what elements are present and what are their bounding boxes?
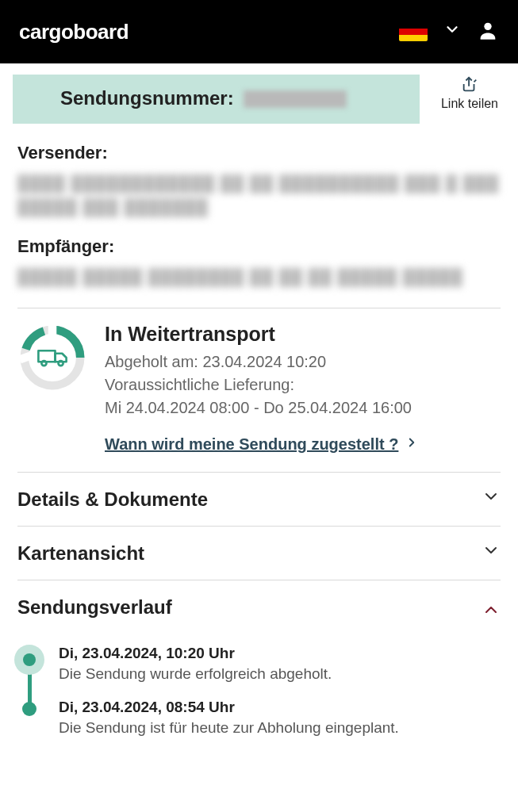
accordion-details[interactable]: Details & Dokumente bbox=[13, 473, 505, 526]
svg-point-7 bbox=[58, 361, 63, 366]
history-item: Di, 23.04.2024, 10:20 Uhr Die Sendung wu… bbox=[17, 645, 501, 699]
delivery-faq-link[interactable]: Wann wird meine Sendung zugestellt ? bbox=[105, 434, 501, 454]
chevron-down-icon bbox=[482, 541, 501, 565]
timeline-dot-icon bbox=[22, 702, 36, 716]
status-text: In Weitertransport Abgeholt am: 23.04.20… bbox=[105, 323, 501, 454]
header-right bbox=[399, 19, 499, 44]
shipment-history: Di, 23.04.2024, 10:20 Uhr Die Sendung wu… bbox=[13, 634, 505, 752]
history-time: Di, 23.04.2024, 08:54 Uhr bbox=[59, 699, 501, 716]
history-time: Di, 23.04.2024, 10:20 Uhr bbox=[59, 645, 501, 662]
shipment-header-row: Sendungsnummer: Link teilen bbox=[13, 75, 505, 124]
chevron-right-icon bbox=[405, 434, 419, 454]
chevron-up-icon bbox=[482, 595, 501, 619]
shipment-number-value-redacted bbox=[244, 90, 347, 108]
logo: cargoboard bbox=[19, 20, 129, 44]
history-track bbox=[17, 645, 41, 699]
accordion-details-title: Details & Dokumente bbox=[17, 488, 208, 511]
status-progress-icon bbox=[17, 323, 87, 393]
sender-label: Versender: bbox=[17, 143, 501, 163]
shipment-number-banner: Sendungsnummer: bbox=[13, 75, 420, 124]
svg-point-0 bbox=[484, 23, 491, 30]
svg-rect-3 bbox=[48, 325, 57, 336]
status-eta-value: Mi 24.04.2024 08:00 - Do 25.04.2024 16:0… bbox=[105, 396, 501, 419]
status-title: In Weitertransport bbox=[105, 323, 501, 346]
history-desc: Die Sendung wurde erfolgreich abgeholt. bbox=[59, 664, 501, 684]
status-picked-up: Abgeholt am: 23.04.2024 10:20 bbox=[105, 350, 501, 373]
share-link-button[interactable]: Link teilen bbox=[434, 75, 505, 111]
svg-rect-5 bbox=[38, 350, 55, 362]
status-eta-label: Voraussichtliche Lieferung: bbox=[105, 373, 501, 396]
page-content: Sendungsnummer: Link teilen Versender: █… bbox=[0, 63, 518, 771]
truck-icon bbox=[38, 350, 66, 366]
language-flag-de[interactable] bbox=[399, 22, 428, 41]
timeline-dot-current-icon bbox=[14, 645, 44, 675]
chevron-down-icon bbox=[482, 487, 501, 511]
accordion-history[interactable]: Sendungsverlauf bbox=[13, 580, 505, 634]
status-block: In Weitertransport Abgeholt am: 23.04.20… bbox=[13, 308, 505, 472]
history-track bbox=[17, 699, 41, 753]
sender-value-redacted: ████ ████████████ ██ ██ ██████████ ███ █… bbox=[17, 171, 501, 217]
share-link-label: Link teilen bbox=[441, 97, 498, 111]
recipient-value-redacted: █████ █████ ████████ ██ ██ ██ █████ ████… bbox=[17, 265, 501, 289]
share-icon bbox=[461, 76, 478, 94]
svg-point-6 bbox=[41, 361, 46, 366]
app-header: cargoboard bbox=[0, 0, 518, 63]
delivery-faq-link-text[interactable]: Wann wird meine Sendung zugestellt ? bbox=[105, 435, 398, 454]
accordion-history-title: Sendungsverlauf bbox=[17, 596, 172, 619]
language-dropdown-chevron-icon[interactable] bbox=[443, 21, 461, 43]
accordion-map[interactable]: Kartenansicht bbox=[13, 527, 505, 580]
recipient-label: Empfänger: bbox=[17, 236, 501, 257]
history-desc: Die Sendung ist für heute zur Abholung e… bbox=[59, 718, 501, 738]
accordion-map-title: Kartenansicht bbox=[17, 542, 144, 565]
shipment-number-label: Sendungsnummer: bbox=[60, 87, 234, 109]
history-item: Di, 23.04.2024, 08:54 Uhr Die Sendung is… bbox=[17, 699, 501, 753]
user-account-icon[interactable] bbox=[477, 19, 499, 44]
svg-rect-4 bbox=[18, 352, 32, 364]
